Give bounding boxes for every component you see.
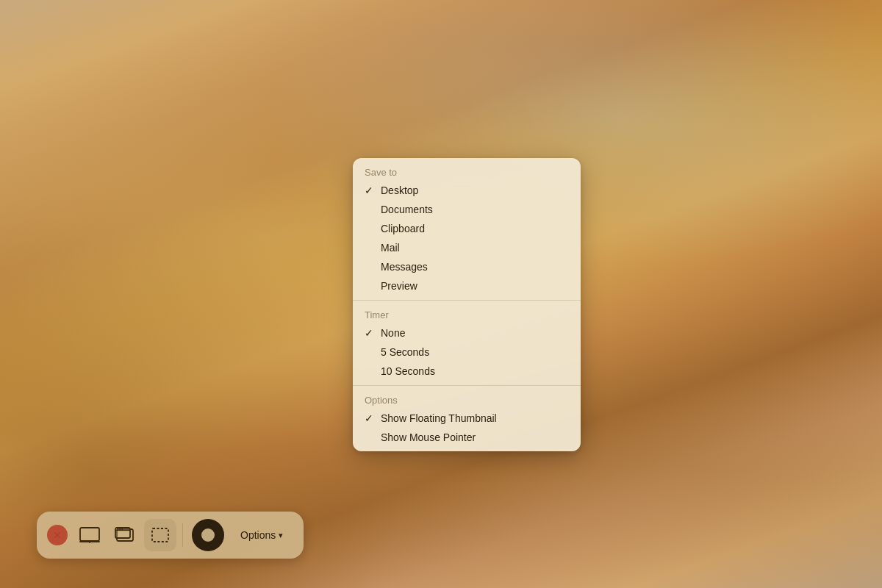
menu-item-mail-label: Mail bbox=[381, 242, 569, 254]
checkmark-documents bbox=[365, 204, 379, 215]
stop-record-inner bbox=[201, 528, 215, 542]
checkmark-10seconds bbox=[365, 365, 379, 377]
menu-item-desktop-label: Desktop bbox=[381, 184, 569, 196]
options-label: Options bbox=[240, 529, 276, 541]
checkmark-mail bbox=[365, 242, 379, 254]
checkmark-preview bbox=[365, 280, 379, 292]
svg-rect-2 bbox=[80, 528, 99, 541]
stop-record-button[interactable] bbox=[192, 519, 224, 551]
menu-item-preview[interactable]: Preview bbox=[353, 276, 581, 295]
menu-item-show-pointer[interactable]: Show Mouse Pointer bbox=[353, 428, 581, 447]
save-to-header: Save to bbox=[353, 162, 581, 181]
menu-item-show-thumbnail[interactable]: ✓ Show Floating Thumbnail bbox=[353, 409, 581, 428]
checkmark-desktop: ✓ bbox=[365, 184, 379, 196]
menu-item-5seconds-label: 5 Seconds bbox=[381, 346, 569, 358]
close-icon bbox=[54, 531, 61, 539]
toolbar: Options ▾ bbox=[37, 512, 304, 559]
menu-item-messages-label: Messages bbox=[381, 261, 569, 273]
svg-point-9 bbox=[119, 528, 121, 530]
menu-item-clipboard-label: Clipboard bbox=[381, 223, 569, 234]
menu-item-pointer-label: Show Mouse Pointer bbox=[381, 431, 569, 443]
menu-item-5seconds[interactable]: 5 Seconds bbox=[353, 343, 581, 362]
window-capture-button[interactable] bbox=[109, 519, 141, 551]
menu-item-preview-label: Preview bbox=[381, 280, 569, 292]
fullscreen-capture-button[interactable] bbox=[74, 519, 106, 551]
menu-item-10seconds-label: 10 Seconds bbox=[381, 365, 569, 377]
close-button[interactable] bbox=[47, 525, 68, 545]
menu-item-documents[interactable]: Documents bbox=[353, 200, 581, 219]
menu-item-10seconds[interactable]: 10 Seconds bbox=[353, 362, 581, 381]
context-menu: Save to ✓ Desktop Documents Clipboard Ma… bbox=[353, 158, 581, 451]
menu-item-none-label: None bbox=[381, 327, 569, 339]
region-icon bbox=[150, 527, 171, 543]
svg-point-8 bbox=[117, 528, 118, 530]
menu-item-clipboard[interactable]: Clipboard bbox=[353, 219, 581, 238]
toolbar-divider bbox=[182, 523, 183, 547]
menu-item-mail[interactable]: Mail bbox=[353, 238, 581, 257]
chevron-down-icon: ▾ bbox=[279, 531, 283, 540]
menu-item-thumbnail-label: Show Floating Thumbnail bbox=[381, 412, 569, 424]
checkmark-pointer bbox=[365, 431, 379, 443]
menu-item-documents-label: Documents bbox=[381, 204, 569, 215]
window-icon bbox=[115, 527, 135, 543]
options-button[interactable]: Options ▾ bbox=[230, 523, 293, 547]
svg-rect-11 bbox=[152, 528, 168, 542]
checkmark-5seconds bbox=[365, 346, 379, 358]
timer-header: Timer bbox=[353, 305, 581, 323]
menu-item-messages[interactable]: Messages bbox=[353, 257, 581, 276]
fullscreen-icon bbox=[79, 527, 100, 543]
menu-item-desktop[interactable]: ✓ Desktop bbox=[353, 181, 581, 200]
checkmark-clipboard bbox=[365, 223, 379, 234]
menu-item-none[interactable]: ✓ None bbox=[353, 323, 581, 343]
save-to-section: Save to ✓ Desktop Documents Clipboard Ma… bbox=[353, 158, 581, 300]
checkmark-none: ✓ bbox=[365, 327, 379, 339]
options-section: Options ✓ Show Floating Thumbnail Show M… bbox=[353, 385, 581, 451]
svg-point-10 bbox=[121, 528, 123, 530]
checkmark-thumbnail: ✓ bbox=[365, 412, 379, 424]
checkmark-messages bbox=[365, 261, 379, 273]
options-header: Options bbox=[353, 390, 581, 409]
region-capture-button[interactable] bbox=[144, 519, 176, 551]
timer-section: Timer ✓ None 5 Seconds 10 Seconds bbox=[353, 300, 581, 385]
